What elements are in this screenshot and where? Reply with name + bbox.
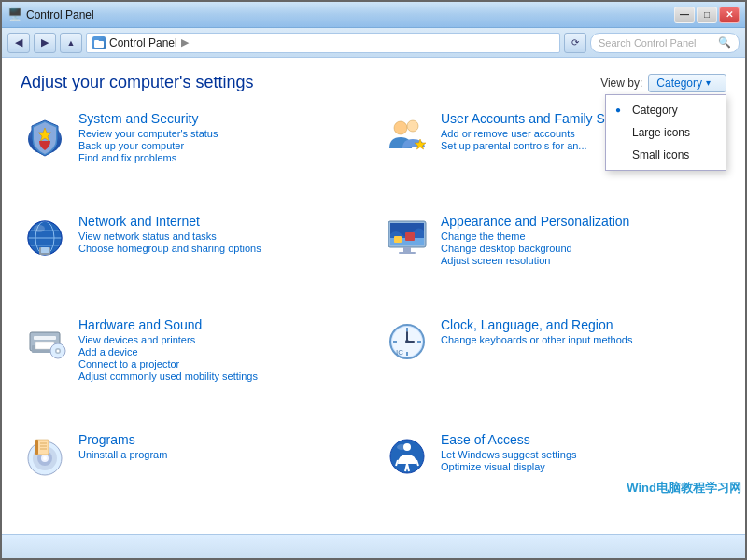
header-row: Adjust your computer's settings View by:… <box>21 73 726 92</box>
svg-point-44 <box>43 456 47 460</box>
svg-point-13 <box>34 225 45 232</box>
svg-rect-24 <box>34 336 56 340</box>
network-link-0[interactable]: View network status and tasks <box>78 231 364 242</box>
search-box[interactable]: Search Control Panel 🔍 <box>590 33 740 53</box>
category-clock: IC Clock, Language, and Region Change ke… <box>383 314 726 421</box>
appearance-link-2[interactable]: Adjust screen resolution <box>441 255 726 266</box>
hardware-link-0[interactable]: View devices and printers <box>78 334 364 345</box>
clock-link-0[interactable]: Change keyboards or other input methods <box>441 334 726 345</box>
system-security-link-1[interactable]: Back up your computer <box>78 140 364 151</box>
appearance-title[interactable]: Appearance and Personalization <box>441 214 726 229</box>
viewby-label: View by: <box>600 77 642 90</box>
svg-rect-20 <box>405 232 415 241</box>
page-heading: Adjust your computer's settings <box>21 73 254 92</box>
system-security-link-2[interactable]: Find and fix problems <box>78 152 364 163</box>
svg-rect-15 <box>41 247 49 253</box>
folder-icon <box>92 36 106 49</box>
appearance-link-1[interactable]: Change desktop background <box>441 243 726 254</box>
ease-access-title[interactable]: Ease of Access <box>441 432 726 447</box>
close-button[interactable]: ✕ <box>719 7 740 23</box>
svg-point-57 <box>397 444 406 450</box>
appearance-icon <box>383 214 431 262</box>
forward-button[interactable]: ▶ <box>34 33 56 53</box>
svg-rect-47 <box>35 440 38 455</box>
svg-rect-22 <box>399 252 416 254</box>
svg-point-38 <box>405 340 409 343</box>
category-hardware: Hardware and Sound View devices and prin… <box>21 314 364 421</box>
title-bar-left: 🖥️ Control Panel <box>7 7 94 21</box>
svg-rect-1 <box>94 40 99 42</box>
breadcrumb-text: Control Panel <box>109 36 177 49</box>
category-ease-access: Ease of Access Let Windows suggest setti… <box>383 428 726 519</box>
hardware-text: Hardware and Sound View devices and prin… <box>78 317 364 383</box>
svg-rect-19 <box>394 236 402 243</box>
ease-access-icon <box>383 432 431 481</box>
clock-icon: IC <box>383 317 431 366</box>
ease-access-link-0[interactable]: Let Windows suggest settings <box>441 449 726 460</box>
title-bar-controls: — □ ✕ <box>674 7 740 23</box>
system-security-link-0[interactable]: Review your computer's status <box>78 128 364 139</box>
maximize-button[interactable]: □ <box>697 7 717 23</box>
network-title[interactable]: Network and Internet <box>78 214 364 229</box>
network-icon <box>21 214 69 262</box>
svg-text:IC: IC <box>396 348 403 357</box>
search-placeholder: Search Control Panel <box>599 37 697 49</box>
svg-rect-0 <box>94 41 104 48</box>
system-security-title[interactable]: System and Security <box>78 111 364 126</box>
appearance-text: Appearance and Personalization Change th… <box>441 214 726 267</box>
category-network: Network and Internet View network status… <box>21 210 364 305</box>
main-area: Adjust your computer's settings View by:… <box>2 58 745 534</box>
svg-point-29 <box>57 349 60 352</box>
programs-title[interactable]: Programs <box>78 432 364 447</box>
view-by-row: View by: Category Category Large icons S… <box>600 74 726 92</box>
svg-point-5 <box>407 120 418 132</box>
system-security-text: System and Security Review your computer… <box>78 111 364 164</box>
ease-access-text: Ease of Access Let Windows suggest setti… <box>441 432 726 473</box>
clock-title[interactable]: Clock, Language, and Region <box>441 317 726 332</box>
appearance-link-0[interactable]: Change the theme <box>441 231 726 242</box>
network-link-1[interactable]: Choose homegroup and sharing options <box>78 243 364 254</box>
view-dropdown-button[interactable]: Category <box>648 74 726 92</box>
dropdown-item-small-icons[interactable]: Small icons <box>606 144 726 166</box>
clock-text: Clock, Language, and Region Change keybo… <box>441 317 726 346</box>
category-programs: Programs Uninstall a program <box>21 428 364 519</box>
search-icon: 🔍 <box>718 36 731 49</box>
category-appearance: Appearance and Personalization Change th… <box>383 210 726 305</box>
title-bar-title: Control Panel <box>26 8 94 21</box>
status-bar <box>2 534 745 560</box>
address-bar: ◀ ▶ ▲ Control Panel ▶ ⟳ Search Control P… <box>2 28 745 58</box>
svg-point-4 <box>394 121 407 134</box>
view-dropdown-menu: Category Large icons Small icons <box>605 94 726 171</box>
refresh-button[interactable]: ⟳ <box>564 33 586 53</box>
svg-rect-21 <box>403 247 411 252</box>
minimize-button[interactable]: — <box>674 7 695 23</box>
user-accounts-icon <box>383 111 431 160</box>
hardware-link-2[interactable]: Connect to a projector <box>78 358 364 370</box>
breadcrumb-arrow: ▶ <box>181 36 189 49</box>
system-security-icon <box>21 111 69 160</box>
hardware-link-1[interactable]: Add a device <box>78 346 364 357</box>
back-button[interactable]: ◀ <box>7 33 30 53</box>
up-button[interactable]: ▲ <box>60 33 82 53</box>
hardware-link-3[interactable]: Adjust commonly used mobility settings <box>78 371 364 382</box>
programs-icon <box>21 432 69 481</box>
programs-text: Programs Uninstall a program <box>78 432 364 461</box>
address-box[interactable]: Control Panel ▶ <box>86 33 560 53</box>
dropdown-item-large-icons[interactable]: Large icons <box>606 121 726 144</box>
hardware-icon <box>21 317 69 366</box>
dropdown-item-category[interactable]: Category <box>606 99 726 121</box>
hardware-title[interactable]: Hardware and Sound <box>78 317 364 332</box>
category-system-security: System and Security Review your computer… <box>21 107 364 203</box>
network-text: Network and Internet View network status… <box>78 214 364 255</box>
title-bar: 🖥️ Control Panel — □ ✕ <box>2 2 745 28</box>
programs-link-0[interactable]: Uninstall a program <box>78 449 364 460</box>
ease-access-link-1[interactable]: Optimize visual display <box>441 461 726 472</box>
